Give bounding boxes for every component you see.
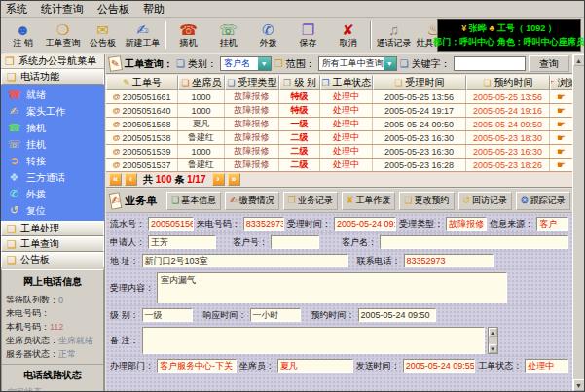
sidebar-item-desk-work[interactable]: ✍ 案头工作 xyxy=(1,103,104,120)
accept-time-field[interactable]: 2005-05-24 09:50 xyxy=(334,217,396,231)
void-order-button[interactable]: ✘ 工单作废 xyxy=(342,192,396,210)
logout-button[interactable]: ☻ 注 销 xyxy=(3,18,43,52)
save-button[interactable]: ❐ 保存 xyxy=(288,18,328,52)
sidebar-item-reset[interactable]: ↺ 复位 xyxy=(1,202,104,219)
folder-icon: ❏ xyxy=(7,254,17,267)
sidebar-item-three-way-call[interactable]: ❖ 三方通话 xyxy=(1,169,104,186)
basic-info-button[interactable]: ❏ 基本信息 xyxy=(166,192,221,210)
chevron-down-icon[interactable]: ▼ xyxy=(384,57,396,70)
section-phone-functions[interactable]: ❏ 电话功能 xyxy=(1,69,104,85)
browse-icon[interactable]: ☛ xyxy=(557,91,566,102)
appoint-field[interactable]: 2005-05-24 09:50 xyxy=(358,308,436,322)
browse-icon[interactable]: ☛ xyxy=(557,119,566,129)
form-agent-field[interactable]: 夏凡 xyxy=(277,359,353,373)
scroll-up-icon[interactable]: ▲ xyxy=(489,328,497,337)
prev-page-button[interactable]: ‹ xyxy=(125,173,137,186)
agent: 1000 xyxy=(178,104,225,117)
remark-textarea[interactable] xyxy=(142,327,485,354)
dept-field[interactable]: 客户服务中心-下关 xyxy=(157,359,237,373)
caller-field[interactable]: 83352973 xyxy=(243,217,284,231)
table-row[interactable]: @2005051568 夏凡 故障报修 一级 处理中 2005-05-24 09… xyxy=(106,118,572,131)
header-level[interactable]: ❐ 级 别 xyxy=(279,75,320,90)
sidebar-item-transfer[interactable]: ➲ 转接 xyxy=(1,153,104,169)
tracking-record-button[interactable]: ❂ 跟踪记录 xyxy=(516,192,570,210)
pickup-button[interactable]: ☎ 摘机 xyxy=(168,18,208,52)
address-field[interactable]: 新门口2号103室 xyxy=(142,254,348,267)
browse-icon[interactable]: ☛ xyxy=(557,132,566,143)
contact-field[interactable]: 83352973 xyxy=(404,254,494,267)
next-page-button[interactable]: › xyxy=(212,173,225,186)
sidebar-item-hangup[interactable]: ☏ 挂机 xyxy=(1,136,104,153)
header-order-status[interactable]: ❐ 工单状态 xyxy=(320,75,373,90)
vertical-scrollbar[interactable]: ▲ ▼ xyxy=(572,54,584,391)
serial-field[interactable]: 2005051568 xyxy=(148,217,194,231)
browse-icon[interactable]: ☛ xyxy=(557,105,566,116)
hangup-icon: ☏ xyxy=(8,138,20,151)
table-row[interactable]: @2005051538 鲁建红 故障报修 二级 处理中 2005-05-23 1… xyxy=(106,131,572,145)
menu-system[interactable]: 系统 xyxy=(6,2,27,17)
total-unit: 条 xyxy=(174,174,184,185)
header-appoint-time[interactable]: ❏ 预约时间 xyxy=(466,75,550,90)
sidebar-item-dial-out[interactable]: ✆ 外拨 xyxy=(1,186,104,202)
payment-status-button[interactable]: ✍ 缴费情况 xyxy=(225,192,279,210)
section-order-processing[interactable]: ❏ 工单处理 xyxy=(1,221,104,236)
table-row[interactable]: @2005051537 鲁建红 故障报修 二级 处理中 2005-05-23 1… xyxy=(106,159,572,172)
accept-time: 2005-05-23 16:28 xyxy=(373,159,466,171)
scope-icon: ❐ xyxy=(274,58,283,69)
appoint-time: 2005-05-23 16:30 xyxy=(466,145,550,158)
search-button[interactable]: 查询 xyxy=(529,55,569,72)
menu-stats-query[interactable]: 统计查询 xyxy=(41,2,84,17)
callback-record-button[interactable]: ↺ 回访记录 xyxy=(458,192,513,210)
customer-no-field[interactable] xyxy=(271,235,319,249)
change-appointment-button[interactable]: ❏ 更改预约 xyxy=(399,192,454,210)
sidebar-item-ready[interactable]: ☎ 就绪 xyxy=(1,87,104,103)
browse-icon[interactable]: ☛ xyxy=(557,146,566,157)
chevron-down-icon[interactable]: ▼ xyxy=(258,57,271,70)
call-log-button[interactable]: ♫ 通话记录 xyxy=(374,18,414,52)
status-field[interactable]: 处理中 xyxy=(525,359,568,373)
table-row[interactable]: @2005051640 1000 故障报修 特级 处理中 2005-05-24 … xyxy=(106,104,572,118)
source-field[interactable]: 客户 xyxy=(536,217,568,231)
header-browse[interactable]: ☛ 浏览 xyxy=(550,75,572,90)
remark-scrollbar[interactable]: ▲ ▼ xyxy=(488,327,498,354)
scroll-down-icon[interactable]: ▼ xyxy=(573,379,585,391)
section-bulletin[interactable]: ❏ 公告板 xyxy=(1,252,104,267)
response-field[interactable]: 一小时 xyxy=(250,308,301,322)
order-query-button[interactable]: ❍ 工单查询 xyxy=(43,18,83,52)
table-row[interactable]: @2005051539 1000 故障报修 二级 处理中 2005-05-23 … xyxy=(106,145,572,159)
header-accept-type[interactable]: ❏ 受理类型 xyxy=(225,75,279,90)
header-accept-time[interactable]: ❏ 受理时间 xyxy=(373,75,466,90)
applicant-field[interactable]: 王芳 xyxy=(148,235,216,249)
order-status: 处理中 xyxy=(320,159,373,171)
new-order-button[interactable]: ✍ 新建工单 xyxy=(123,18,163,52)
customer-name-field[interactable] xyxy=(380,235,568,249)
scroll-down-icon[interactable]: ▼ xyxy=(489,344,497,353)
order-status: 处理中 xyxy=(320,145,373,158)
send-time-field[interactable]: 2005-05-24 09:55 xyxy=(403,359,476,373)
sidebar-item-pickup[interactable]: ☎ 摘机 xyxy=(1,120,104,136)
category-select[interactable]: 客户名 ▼ xyxy=(220,56,272,71)
header-order-id[interactable]: ✎ 工单号 xyxy=(106,75,178,90)
hangup-button[interactable]: ☏ 挂机 xyxy=(208,18,248,52)
form-row-remark: 备 注： ▲ ▼ xyxy=(110,325,568,357)
section-order-query[interactable]: ❏ 工单查询 xyxy=(1,236,104,252)
level-field[interactable]: 一级 xyxy=(142,308,193,322)
table-row[interactable]: @2005051661 1000 故障报修 特级 处理中 2005-05-25 … xyxy=(106,90,572,104)
accept-type: 故障报修 xyxy=(225,159,279,171)
cancel-button[interactable]: ✘ 取消 xyxy=(328,18,368,52)
dial-out-button[interactable]: ✆ 外拨 xyxy=(248,18,288,52)
first-page-button[interactable]: « xyxy=(109,173,122,186)
bulletin-button[interactable]: ✉ 公告板 xyxy=(83,18,123,52)
header-agent[interactable]: ❏ 坐席员 xyxy=(178,75,225,90)
business-record-button[interactable]: ❐ 业务记录 xyxy=(283,192,338,210)
menu-bulletin[interactable]: 公告板 xyxy=(97,2,129,17)
info-row-agent-status: 坐席员状态： 坐席就绪 xyxy=(2,334,103,347)
scroll-up-icon[interactable]: ▲ xyxy=(573,54,585,66)
browse-icon[interactable]: ☛ xyxy=(557,160,566,170)
content-textarea[interactable]: 室内漏气 xyxy=(157,272,507,303)
menu-help[interactable]: 帮助 xyxy=(143,2,165,17)
scope-select[interactable]: 所有工单中查询 ▼ xyxy=(318,56,397,71)
last-page-button[interactable]: » xyxy=(228,173,240,186)
accept-type-field[interactable]: 故障报修 xyxy=(446,217,487,231)
keyword-input[interactable] xyxy=(454,56,526,71)
